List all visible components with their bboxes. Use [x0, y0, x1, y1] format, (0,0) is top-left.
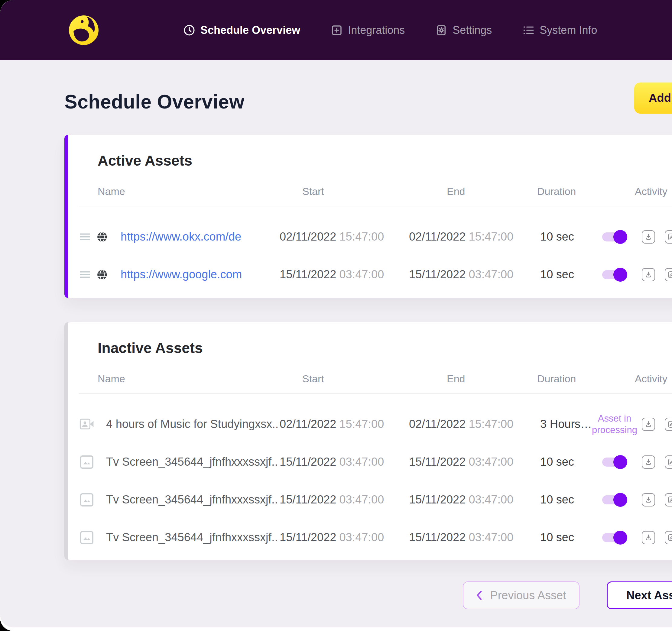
- end-time: 15:47:00: [469, 230, 513, 243]
- nav-label: Integrations: [348, 24, 405, 37]
- activity-toggle[interactable]: [602, 270, 627, 279]
- previous-asset-button[interactable]: Previous Asset: [463, 581, 579, 609]
- duration-cell: 10 sec: [537, 455, 602, 468]
- start-cell: 02/11/202215:47:00: [280, 230, 409, 243]
- tab-settings[interactable]: Settings: [435, 24, 492, 37]
- drag-handle-icon[interactable]: [79, 233, 90, 241]
- end-date: 15/11/2022: [409, 268, 465, 281]
- end-date: 02/11/2022: [409, 418, 465, 430]
- asset-name: Tv Screen_345644_jfnfhxxxssxjf..: [106, 455, 278, 468]
- tab-system-info[interactable]: System Info: [522, 24, 597, 37]
- app-window: Schedule Overview Integrations Sett: [0, 0, 672, 631]
- start-cell: 02/11/202215:47:00: [280, 418, 409, 431]
- start-cell: 15/11/202203:47:00: [280, 455, 409, 468]
- active-rows: https://www.okx.com/de 02/11/202215:47:0…: [64, 207, 672, 298]
- asset-link[interactable]: https://www.google.com: [121, 268, 242, 281]
- activity-cell: [602, 455, 672, 469]
- end-cell: 02/11/202215:47:00: [409, 230, 537, 243]
- chevron-left-icon: [476, 590, 482, 600]
- start-time: 03:47:00: [339, 493, 384, 506]
- main-nav: Schedule Overview Integrations Sett: [183, 24, 597, 37]
- app-logo: [68, 15, 99, 46]
- duration-cell: 10 sec: [537, 531, 602, 544]
- activity-cell: [602, 268, 672, 281]
- end-time: 03:47:00: [469, 268, 513, 281]
- activity-toggle[interactable]: [602, 458, 627, 467]
- edit-button[interactable]: [665, 230, 672, 244]
- end-cell: 15/11/202203:47:00: [409, 493, 537, 506]
- start-date: 15/11/2022: [280, 455, 336, 468]
- globe-icon: [96, 231, 108, 243]
- edit-button[interactable]: [665, 455, 672, 469]
- edit-button[interactable]: [665, 268, 672, 281]
- download-button[interactable]: [642, 493, 655, 507]
- video-icon: [79, 418, 94, 430]
- download-button[interactable]: [642, 230, 655, 244]
- active-card-accent-stripe: [64, 135, 68, 298]
- end-time: 03:47:00: [469, 531, 513, 544]
- table-row: https://www.okx.com/de 02/11/202215:47:0…: [64, 218, 672, 256]
- table-row: https://www.google.com 15/11/202203:47:0…: [64, 256, 672, 293]
- app-surface: Schedule Overview Integrations Sett: [0, 0, 672, 627]
- top-nav-bar: Schedule Overview Integrations Sett: [0, 0, 672, 60]
- column-duration: Duration: [537, 373, 602, 385]
- inactive-assets-card: Inactive Assets Name Start End Duration …: [64, 322, 672, 560]
- column-duration: Duration: [537, 186, 602, 197]
- download-button[interactable]: [642, 268, 655, 281]
- column-name: Name: [64, 373, 280, 385]
- start-cell: 15/11/202203:47:00: [280, 493, 409, 506]
- active-assets-title: Active Assets: [64, 135, 672, 169]
- name-cell: https://www.google.com: [64, 268, 280, 281]
- start-cell: 15/11/202203:47:00: [280, 268, 409, 281]
- asset-link[interactable]: https://www.okx.com/de: [121, 230, 241, 243]
- start-time: 03:47:00: [339, 268, 384, 281]
- download-button[interactable]: [642, 531, 655, 544]
- column-end: End: [409, 186, 537, 197]
- activity-toggle[interactable]: [602, 233, 627, 241]
- duration-cell: 10 sec: [537, 268, 602, 281]
- nav-label: System Info: [539, 24, 597, 37]
- activity-toggle[interactable]: [602, 495, 627, 504]
- end-time: 03:47:00: [469, 493, 513, 506]
- add-asset-button[interactable]: Add Asset: [634, 82, 672, 114]
- inactive-assets-title: Inactive Assets: [64, 322, 672, 356]
- table-row: 4 hours of Music for Studyingxsx.. 02/11…: [64, 405, 672, 443]
- download-button[interactable]: [642, 418, 655, 431]
- end-date: 02/11/2022: [409, 230, 465, 243]
- start-date: 15/11/2022: [280, 531, 336, 544]
- nav-label: Settings: [453, 24, 492, 37]
- activity-cell: [602, 531, 672, 544]
- duration-cell: 10 sec: [537, 493, 602, 506]
- edit-button[interactable]: [665, 531, 672, 544]
- name-cell: Tv Screen_345644_jfnfhxxxssxjf..: [64, 493, 280, 506]
- end-time: 03:47:00: [469, 455, 513, 468]
- next-asset-button[interactable]: Next Asset: [607, 581, 672, 609]
- download-button[interactable]: [642, 455, 655, 469]
- tab-schedule-overview[interactable]: Schedule Overview: [183, 24, 300, 37]
- active-table-header: Name Start End Duration Activity: [64, 186, 672, 197]
- active-assets-card: Active Assets Name Start End Duration Ac…: [64, 135, 672, 298]
- nav-label: Schedule Overview: [200, 24, 300, 37]
- gear-icon: [435, 24, 448, 37]
- activity-toggle[interactable]: [602, 533, 627, 542]
- tab-integrations[interactable]: Integrations: [330, 24, 405, 37]
- end-time: 15:47:00: [469, 418, 513, 430]
- start-date: 02/11/2022: [280, 418, 336, 430]
- plus-square-icon: [330, 24, 343, 37]
- globe-icon: [96, 269, 108, 281]
- end-date: 15/11/2022: [409, 531, 465, 544]
- pagination-footer: Previous Asset Next Asset: [0, 581, 672, 627]
- name-cell: Tv Screen_345644_jfnfhxxxssxjf..: [64, 455, 280, 468]
- start-cell: 15/11/202203:47:00: [280, 531, 409, 544]
- column-name: Name: [64, 186, 280, 197]
- end-cell: 15/11/202203:47:00: [409, 531, 537, 544]
- edit-button[interactable]: [665, 493, 672, 507]
- end-cell: 15/11/202203:47:00: [409, 455, 537, 468]
- start-time: 15:47:00: [339, 418, 384, 430]
- end-cell: 15/11/202203:47:00: [409, 268, 537, 281]
- end-cell: 02/11/202215:47:00: [409, 418, 537, 431]
- clock-icon: [183, 24, 196, 37]
- drag-handle-icon[interactable]: [79, 270, 90, 278]
- table-row: Tv Screen_345644_jfnfhxxxssxjf.. 15/11/2…: [64, 518, 672, 556]
- edit-button[interactable]: [665, 418, 672, 431]
